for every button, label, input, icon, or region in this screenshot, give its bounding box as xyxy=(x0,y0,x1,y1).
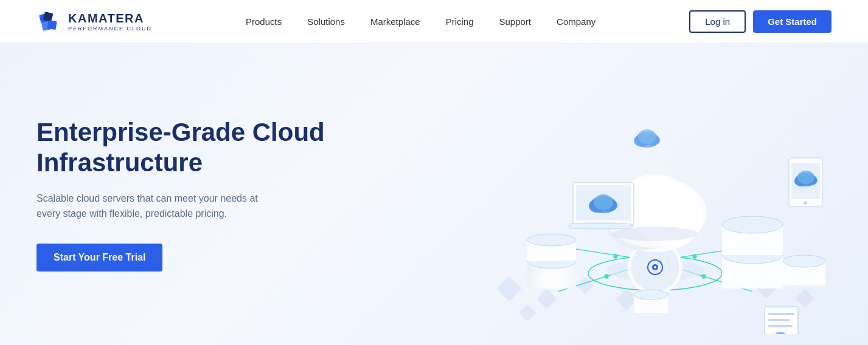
svg-rect-5 xyxy=(536,289,557,309)
logo-icon xyxy=(36,9,62,35)
free-trial-button[interactable]: Start Your Free Trial xyxy=(36,244,162,272)
nav-item-pricing[interactable]: Pricing xyxy=(436,12,484,32)
svg-rect-4 xyxy=(496,276,522,301)
login-button[interactable]: Log in xyxy=(689,10,746,33)
hero-description: Scalable cloud servers that can meet you… xyxy=(36,191,280,222)
logo-subtitle: PERFORMANCE CLOUD xyxy=(68,26,152,32)
nav-links: Products Solutions Marketplace Pricing S… xyxy=(236,12,605,32)
navbar: KAMATERA PERFORMANCE CLOUD Products Solu… xyxy=(0,0,868,44)
nav-item-support[interactable]: Support xyxy=(490,12,541,32)
svg-point-62 xyxy=(594,194,613,210)
hero-content: Enterprise-Grade Cloud Infrastructure Sc… xyxy=(36,117,353,272)
cloud-infrastructure-svg xyxy=(467,55,844,334)
hero-title: Enterprise-Grade Cloud Infrastructure xyxy=(36,117,353,179)
nav-item-products[interactable]: Products xyxy=(236,12,291,32)
nav-item-solutions[interactable]: Solutions xyxy=(297,12,355,32)
logo[interactable]: KAMATERA PERFORMANCE CLOUD xyxy=(36,9,152,35)
svg-point-18 xyxy=(702,275,706,278)
svg-rect-3 xyxy=(47,20,57,30)
svg-rect-10 xyxy=(519,304,536,321)
svg-point-20 xyxy=(693,254,696,258)
svg-point-17 xyxy=(605,275,608,278)
svg-point-19 xyxy=(614,254,617,258)
svg-point-70 xyxy=(797,171,814,184)
hero-illustration xyxy=(467,55,844,334)
svg-point-79 xyxy=(638,129,656,144)
svg-rect-81 xyxy=(768,313,794,315)
svg-rect-64 xyxy=(570,224,631,228)
svg-point-35 xyxy=(613,227,698,241)
nav-actions: Log in Get Started xyxy=(689,10,832,33)
get-started-button[interactable]: Get Started xyxy=(753,10,832,33)
svg-rect-9 xyxy=(795,289,814,307)
logo-text: KAMATERA PERFORMANCE CLOUD xyxy=(68,12,152,32)
logo-name: KAMATERA xyxy=(68,12,152,26)
hero-section: Enterprise-Grade Cloud Infrastructure Sc… xyxy=(0,44,868,345)
nav-item-company[interactable]: Company xyxy=(547,12,605,32)
nav-item-marketplace[interactable]: Marketplace xyxy=(361,12,430,32)
svg-point-27 xyxy=(654,266,656,268)
svg-point-71 xyxy=(804,201,807,205)
svg-rect-83 xyxy=(768,325,793,327)
svg-rect-82 xyxy=(768,319,790,321)
svg-rect-6 xyxy=(577,277,594,294)
